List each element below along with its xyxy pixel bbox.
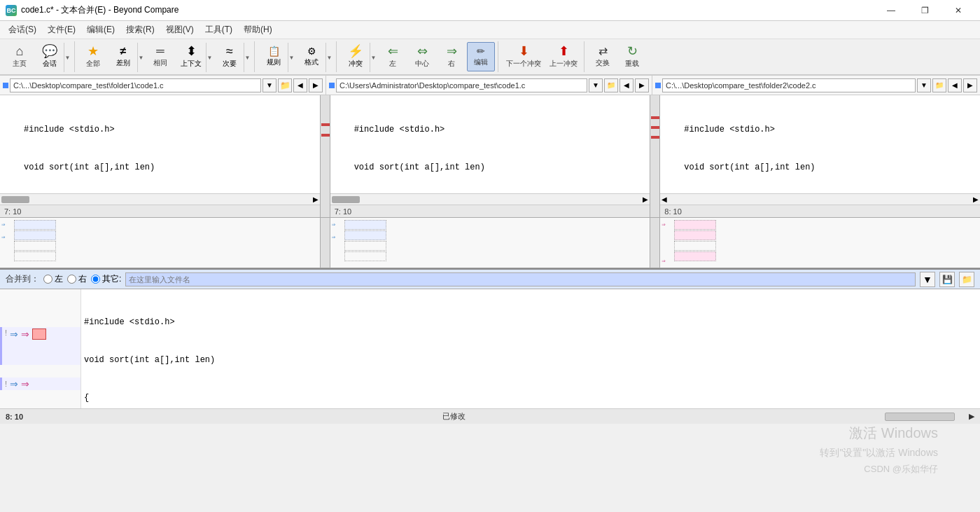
menu-tools[interactable]: 工具(T) <box>200 22 238 37</box>
close-button[interactable]: ✕ <box>942 0 974 21</box>
center-path-input[interactable] <box>336 78 587 92</box>
overview-area: ⇒ ⇒ ⇒ ⇒ ⇒ ⇒ <box>0 218 980 268</box>
diff-dropdown-arrow[interactable]: ▼ <box>137 43 144 72</box>
radio-other-input[interactable] <box>91 275 100 284</box>
edit-button[interactable]: ✏ 编辑 <box>467 42 495 71</box>
secondary-dropdown-arrow[interactable]: ▼ <box>244 43 251 72</box>
merge-save-button[interactable]: 💾 <box>939 272 955 287</box>
right-ov-divider <box>650 218 660 268</box>
left-button[interactable]: ⇐ 左 <box>379 42 407 71</box>
radio-other-label: 其它: <box>102 273 121 285</box>
format-label: 格式 <box>304 57 318 67</box>
left-ov-divider <box>321 218 330 268</box>
prev-conflict-button[interactable]: ⬆ 上一冲突 <box>546 42 581 71</box>
left-path-input[interactable] <box>10 78 261 92</box>
center-path-nav-next[interactable]: ▶ <box>635 78 649 92</box>
left-status: 7: 10 <box>0 205 320 217</box>
secondary-button[interactable]: ≈ 次要 ▼ <box>215 42 251 71</box>
same-button[interactable]: ═ 相同 <box>146 42 174 71</box>
merge-radio-right[interactable]: 右 <box>67 273 87 285</box>
left-ov-block3 <box>14 241 56 251</box>
toolbar-group-merge: ⚡ 冲突 ▼ ⇐ 左 ⇔ 中心 ⇒ 右 ✏ 编辑 <box>338 41 498 72</box>
left-path-open[interactable]: ▼ <box>262 78 276 92</box>
titlebar: BC code1.c* - 文本合并(E) - Beyond Compare —… <box>0 0 980 21</box>
left-scroll-right[interactable]: ▶ <box>313 195 318 203</box>
merge-filename-input[interactable] <box>125 272 916 286</box>
next-conflict-button[interactable]: ⬇ 下一个冲突 <box>503 42 545 71</box>
merge-radio-left[interactable]: 左 <box>43 273 63 285</box>
center-path-browse[interactable]: 📁 <box>604 78 618 92</box>
restore-button[interactable]: ❐ <box>909 0 941 21</box>
menu-file[interactable]: 文件(E) <box>42 22 81 37</box>
menu-search[interactable]: 搜索(R) <box>120 22 160 37</box>
center-ov-arrow1: ⇒ <box>332 219 335 230</box>
radio-right-input[interactable] <box>67 275 76 284</box>
left-path-nav-next[interactable]: ▶ <box>309 78 323 92</box>
status-hscroll[interactable] <box>885 413 955 421</box>
menu-help[interactable]: 帮助(H) <box>238 22 278 37</box>
left-hscroll-thumb[interactable] <box>1 196 29 203</box>
diff-button[interactable]: ≠ 差别 ▼ <box>108 42 145 71</box>
merge-side-indicator-1: ! <box>5 328 7 337</box>
center-path-nav-prev[interactable]: ◀ <box>620 78 634 92</box>
updown-dropdown-arrow[interactable]: ▼ <box>206 43 213 72</box>
home-button[interactable]: ⌂ 主页 <box>6 42 34 71</box>
merge-side-conflict-1: ! ⇒ ⇒ <box>0 327 80 365</box>
status-position: 8: 10 <box>6 413 23 421</box>
conflict-dropdown-arrow[interactable]: ▼ <box>370 43 377 72</box>
radio-left-input[interactable] <box>43 275 52 284</box>
compare-area: #include <stdio.h> void sort(int a[],int… <box>0 95 980 218</box>
prev-conflict-label: 上一冲突 <box>550 59 578 69</box>
rules-button[interactable]: 📋 规则 ▼ <box>259 42 295 71</box>
center-merge-button[interactable]: ⇔ 中心 <box>408 42 436 71</box>
center-path-open[interactable]: ▼ <box>589 78 603 92</box>
rules-icon: 📋 <box>268 46 280 56</box>
reload-button[interactable]: ↻ 重载 <box>618 42 646 71</box>
left-position: 7: 10 <box>4 207 21 216</box>
session-dropdown-arrow[interactable]: ▼ <box>64 43 71 72</box>
center-merge-label: 中心 <box>415 59 429 69</box>
left-path-nav-prev[interactable]: ◀ <box>293 78 307 92</box>
right-path-input[interactable] <box>662 78 916 92</box>
right-path-nav-next[interactable]: ▶ <box>963 78 977 92</box>
right-code-panel: #include <stdio.h> void sort(int a[],int… <box>660 95 980 217</box>
right-path-browse[interactable]: 📁 <box>932 78 946 92</box>
right-button[interactable]: ⇒ 右 <box>438 42 465 71</box>
all-button[interactable]: ★ 全部 <box>79 42 107 71</box>
left-line-1: #include <stdio.h> <box>21 123 317 136</box>
right-position: 8: 10 <box>664 207 681 216</box>
right-path-open[interactable]: ▼ <box>917 78 931 92</box>
left-path-browse[interactable]: 📁 <box>278 78 292 92</box>
center-ov-block2 <box>344 230 386 240</box>
left-ov-arrow1: ⇒ <box>1 219 5 230</box>
format-dropdown-arrow[interactable]: ▼ <box>326 43 332 72</box>
conflict-button[interactable]: ⚡ 冲突 ▼ <box>341 42 377 71</box>
minimize-button[interactable]: — <box>875 0 907 21</box>
rules-dropdown-arrow[interactable]: ▼ <box>288 43 295 72</box>
updown-button[interactable]: ⬍ 上下文 ▼ <box>176 42 214 71</box>
center-line-1: #include <stdio.h> <box>351 123 648 136</box>
left-diff-map <box>321 95 330 217</box>
menu-session[interactable]: 会话(S) <box>3 22 42 37</box>
right-hscroll[interactable]: ◀ ▶ <box>660 193 980 205</box>
center-status: 7: 10 <box>330 205 650 217</box>
menu-view[interactable]: 视图(V) <box>160 22 200 37</box>
left-ov-block4 <box>14 251 56 261</box>
right-path-nav-prev[interactable]: ◀ <box>948 78 962 92</box>
session-button[interactable]: 💬 会话 ▼ <box>35 42 71 71</box>
center-scroll-right[interactable]: ▶ <box>643 195 648 203</box>
status-scroll-right[interactable]: ▶ <box>969 412 974 421</box>
merge-dropdown-button[interactable]: ▼ <box>920 272 935 287</box>
left-path-indicator <box>3 83 8 88</box>
exchange-button[interactable]: ⇄ 交换 <box>589 42 617 71</box>
secondary-label: 次要 <box>223 59 237 69</box>
merge-folder-button[interactable]: 📁 <box>959 272 974 287</box>
right-scroll-right[interactable]: ▶ <box>973 195 979 203</box>
merge-radio-other[interactable]: 其它: <box>91 273 121 285</box>
menu-edit[interactable]: 编辑(E) <box>81 22 120 37</box>
reload-icon: ↻ <box>627 45 638 57</box>
format-button[interactable]: ⚙ 格式 ▼ <box>297 42 333 71</box>
right-scroll-left[interactable]: ◀ <box>662 195 667 203</box>
merge-side-indicator-2: ! <box>5 380 7 388</box>
center-hscroll-thumb[interactable] <box>332 196 360 203</box>
